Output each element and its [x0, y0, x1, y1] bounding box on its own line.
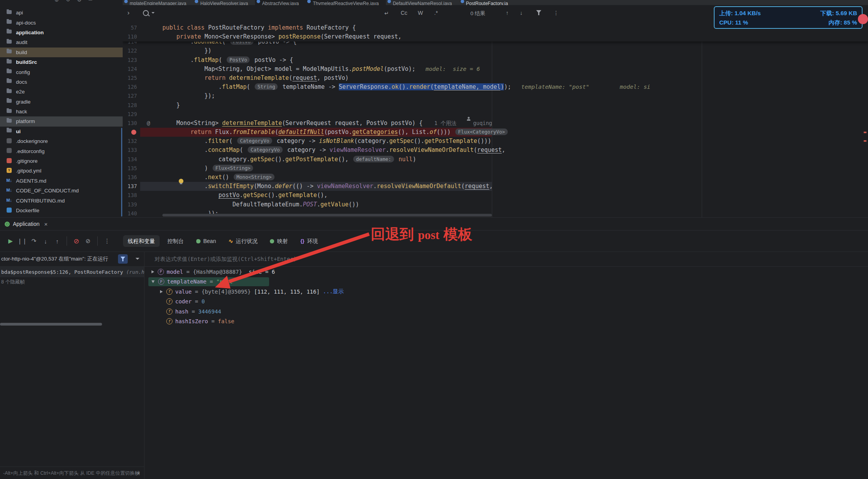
sidebar-item-buildSrc[interactable]: buildSrc	[0, 57, 123, 67]
sidebar-item-api[interactable]: api	[0, 8, 123, 18]
gutter-123[interactable]: 123	[123, 56, 162, 65]
chevron-right-icon[interactable]	[151, 270, 154, 273]
sidebar-item-.gitignore[interactable]: .gitignore	[0, 156, 123, 166]
code-line-133[interactable]: 133.concatMap( CategoryVo category -> vi…	[123, 146, 868, 155]
gutter-139[interactable]: 139	[123, 200, 162, 209]
var-row-templateName[interactable]: PtemplateName = "post"	[144, 277, 868, 287]
error-stripe-mark[interactable]	[864, 132, 866, 133]
prev-occurrence-button[interactable]: ↑	[504, 9, 511, 17]
stack-frame-item[interactable]: bda$postResponse$5:126, PostRouteFactory…	[0, 267, 144, 277]
gutter-132[interactable]: 132	[123, 137, 162, 146]
regex-button[interactable]: .*	[432, 9, 440, 17]
gutter-134[interactable]: 134	[123, 155, 162, 164]
sidebar-item-CODE_OF_CONDUCT.md[interactable]: M↓CODE_OF_CONDUCT.md	[0, 186, 123, 195]
code-text[interactable]: })	[162, 46, 211, 55]
var-row-model[interactable]: Pmodel = {HashMap@38887} size = 6	[144, 267, 868, 277]
editor-tab[interactable]: AbstractView.java	[255, 0, 306, 5]
code-text[interactable]: });	[162, 92, 215, 100]
chevron-down-icon[interactable]	[151, 280, 155, 283]
gutter-124[interactable]: 124	[123, 65, 162, 74]
step-over-icon[interactable]: ↷	[28, 236, 40, 246]
sidebar-item-config[interactable]: config	[0, 67, 123, 77]
debug-tab-application[interactable]: Application	[13, 221, 40, 227]
close-tab-icon[interactable]: ×	[44, 221, 48, 227]
code-text[interactable]: Mono<String> determineTemplate(ServerReq…	[162, 119, 492, 128]
code-line-114[interactable]: 114.doOnNext( PostVo postVo -> {	[123, 42, 868, 46]
code-line-135[interactable]: 135) Flux<String>	[123, 164, 868, 173]
next-occurrence-button[interactable]: ↓	[518, 9, 525, 17]
var-row-hashIsZero[interactable]: fhashIsZero = false	[144, 317, 868, 327]
expand-search-icon[interactable]: ›	[127, 9, 130, 17]
code-line-125[interactable]: 125return determineTemplate(request, pos…	[123, 74, 868, 83]
sidebar-item-.editorconfig[interactable]: .editorconfig	[0, 146, 123, 156]
sidebar-item-platform[interactable]: platform	[0, 116, 123, 126]
code-text[interactable]: category.getSpec().getPostTemplate(), de…	[162, 155, 416, 164]
code-text[interactable]: postVo.getSpec().getTemplate(),	[162, 191, 327, 200]
settings-icon[interactable]: ⚙	[77, 0, 82, 3]
code-line-131[interactable]: return Flux.fromIterable(defaultIfNull(p…	[123, 128, 868, 137]
code-text[interactable]: .doOnNext( PostVo postVo -> {	[162, 42, 297, 46]
sidebar-item-audit[interactable]: audit	[0, 37, 123, 47]
dismiss-hint-icon[interactable]: ×	[137, 467, 140, 479]
debug-tab-环境[interactable]: {}环境	[296, 235, 322, 247]
code-editor[interactable]: 57public class PostRouteFactory implemen…	[123, 23, 868, 217]
code-line-129[interactable]: 129	[123, 110, 868, 119]
frames-scrollbar[interactable]	[0, 323, 102, 326]
sidebar-item-build[interactable]: build	[0, 48, 123, 57]
code-line-137[interactable]: 137.switchIfEmpty(Mono.defer(() -> viewN…	[123, 182, 868, 191]
editor-tab[interactable]: PostRouteFactory.ja	[459, 0, 515, 5]
code-line-123[interactable]: 123.flatMap( PostVo postVo -> {	[123, 56, 868, 65]
gutter-125[interactable]: 125	[123, 74, 162, 83]
code-text[interactable]: .concatMap( CategoryVo category -> viewN…	[162, 146, 505, 155]
filter-search-button[interactable]	[536, 10, 541, 15]
error-stripe-mark[interactable]	[864, 140, 866, 142]
code-text[interactable]: ) Flux<String>	[162, 164, 254, 173]
var-row-coder[interactable]: fcoder = 0	[144, 297, 868, 307]
code-line-136[interactable]: 136.next() Mono<String>	[123, 173, 868, 182]
step-out-icon[interactable]: ↑	[51, 236, 63, 246]
step-into-icon[interactable]: ↓	[40, 236, 51, 246]
sidebar-item-gradle[interactable]: gradle	[0, 97, 123, 107]
code-line-128[interactable]: 128}	[123, 101, 868, 110]
gutter-135[interactable]: 135	[123, 164, 162, 173]
sidebar-item-docs[interactable]: docs	[0, 77, 123, 87]
debug-tab-运行状况[interactable]: ∿运行状况	[224, 235, 262, 247]
gutter-129[interactable]: 129	[123, 110, 162, 119]
code-line-139[interactable]: 139DefaultTemplateEnum.POST.getValue())	[123, 200, 868, 209]
editor-tab[interactable]: ThymeleafReactiveViewRe.java	[306, 0, 386, 5]
var-row-value[interactable]: fvalue = {byte[4]@35095} [112, 111, 115,…	[144, 287, 868, 297]
code-line-130[interactable]: 130@Mono<String> determineTemplate(Serve…	[123, 119, 868, 128]
more-icon[interactable]: ⋮	[101, 236, 113, 246]
code-line-138[interactable]: 138postVo.getSpec().getTemplate(),	[123, 191, 868, 200]
debug-tab-Bean[interactable]: Bean	[192, 235, 221, 247]
sidebar-item-api-docs[interactable]: api-docs	[0, 18, 123, 27]
code-text[interactable]: return determineTemplate(request, postVo…	[162, 74, 349, 83]
view-breakpoints-icon[interactable]: ⊘	[82, 236, 94, 246]
gutter-140[interactable]: 140	[123, 209, 162, 217]
gutter-126[interactable]: 126	[123, 83, 162, 92]
code-line-134[interactable]: 134category.getSpec().getPostTemplate(),…	[123, 155, 868, 164]
gutter-114[interactable]: 114	[123, 42, 162, 46]
gutter-131[interactable]	[123, 128, 162, 137]
sidebar-item-hack[interactable]: hack	[0, 107, 123, 116]
debug-tab-控制台[interactable]: 控制台	[163, 235, 188, 247]
code-text[interactable]: private Mono<ServerResponse> postRespons…	[162, 32, 401, 41]
collapse-all-icon[interactable]: ↻	[66, 0, 70, 3]
words-button[interactable]: W	[416, 9, 425, 17]
hidden-frames-label[interactable]: 8 个隐藏帧	[0, 277, 144, 287]
mute-breakpoints-icon[interactable]: ⊘	[70, 236, 82, 246]
search-input[interactable]	[160, 7, 371, 21]
gutter-128[interactable]: 128	[123, 101, 162, 110]
newline-icon[interactable]: ↵	[384, 10, 389, 16]
horizontal-scrollbar[interactable]	[162, 214, 492, 217]
sidebar-item-.dockerignore[interactable]: .dockerignore	[0, 136, 123, 146]
debug-tab-线程和变量[interactable]: 线程和变量	[123, 235, 160, 247]
editor-tab[interactable]: mplateEngineManager.java	[123, 0, 193, 5]
code-line-110[interactable]: 110private Mono<ServerResponse> postResp…	[123, 32, 868, 41]
debug-tab-映射[interactable]: 映射	[265, 235, 292, 247]
editor-tab[interactable]: DefaultViewNameResol.java	[386, 0, 459, 5]
annotation-gutter-icon[interactable]: @	[147, 119, 150, 128]
code-line-132[interactable]: 132.filter( CategoryVo category -> isNot…	[123, 137, 868, 146]
sidebar-item-application[interactable]: application	[0, 28, 123, 37]
code-line-124[interactable]: 124Map<String, Object> model = ModelMapU…	[123, 65, 868, 74]
